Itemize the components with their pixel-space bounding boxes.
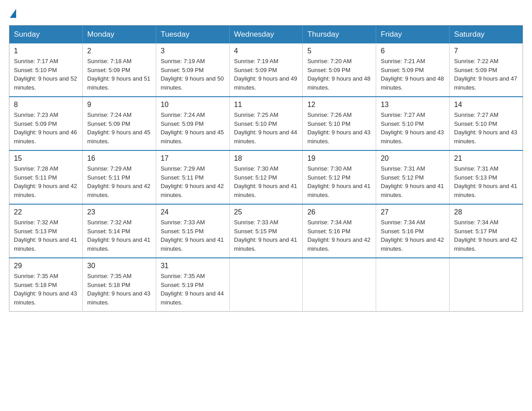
day-number: 9 — [87, 101, 151, 109]
day-number: 7 — [454, 47, 518, 55]
calendar-cell: 25Sunrise: 7:33 AMSunset: 5:15 PMDayligh… — [229, 204, 303, 258]
calendar-cell: 22Sunrise: 7:32 AMSunset: 5:13 PMDayligh… — [9, 204, 83, 258]
calendar-cell: 21Sunrise: 7:31 AMSunset: 5:13 PMDayligh… — [450, 150, 523, 204]
calendar-cell: 10Sunrise: 7:24 AMSunset: 5:09 PMDayligh… — [156, 97, 229, 150]
day-info: Sunrise: 7:27 AMSunset: 5:10 PMDaylight:… — [454, 111, 518, 146]
day-number: 13 — [381, 101, 445, 109]
logo-triangle-icon — [10, 9, 16, 18]
day-number: 12 — [307, 101, 371, 109]
calendar-cell: 1Sunrise: 7:17 AMSunset: 5:10 PMDaylight… — [9, 43, 83, 97]
day-info: Sunrise: 7:32 AMSunset: 5:14 PMDaylight:… — [87, 218, 151, 253]
calendar-cell: 18Sunrise: 7:30 AMSunset: 5:12 PMDayligh… — [229, 150, 303, 204]
day-number: 17 — [161, 154, 225, 163]
day-number: 20 — [381, 154, 445, 163]
day-number: 22 — [14, 208, 78, 216]
day-number: 21 — [454, 154, 518, 163]
calendar-cell: 8Sunrise: 7:23 AMSunset: 5:09 PMDaylight… — [9, 97, 83, 150]
calendar-cell: 19Sunrise: 7:30 AMSunset: 5:12 PMDayligh… — [303, 150, 376, 204]
calendar-cell: 15Sunrise: 7:28 AMSunset: 5:11 PMDayligh… — [9, 150, 83, 204]
day-number: 31 — [161, 262, 225, 270]
calendar-week-row: 1Sunrise: 7:17 AMSunset: 5:10 PMDaylight… — [9, 43, 523, 97]
calendar-cell: 20Sunrise: 7:31 AMSunset: 5:12 PMDayligh… — [376, 150, 450, 204]
calendar-cell — [303, 258, 376, 312]
day-info: Sunrise: 7:31 AMSunset: 5:12 PMDaylight:… — [381, 164, 445, 199]
day-number: 29 — [14, 262, 78, 270]
calendar-cell: 12Sunrise: 7:26 AMSunset: 5:10 PMDayligh… — [303, 97, 376, 150]
calendar-header-row: SundayMondayTuesdayWednesdayThursdayFrid… — [9, 26, 523, 44]
day-info: Sunrise: 7:34 AMSunset: 5:17 PMDaylight:… — [454, 218, 518, 253]
day-number: 26 — [307, 208, 371, 216]
day-number: 25 — [234, 208, 298, 216]
day-info: Sunrise: 7:34 AMSunset: 5:16 PMDaylight:… — [307, 218, 371, 253]
day-info: Sunrise: 7:33 AMSunset: 5:15 PMDaylight:… — [234, 218, 298, 253]
day-number: 27 — [381, 208, 445, 216]
calendar-cell: 9Sunrise: 7:24 AMSunset: 5:09 PMDaylight… — [82, 97, 156, 150]
logo — [9, 9, 17, 18]
calendar-cell: 13Sunrise: 7:27 AMSunset: 5:10 PMDayligh… — [376, 97, 450, 150]
day-number: 2 — [87, 47, 151, 55]
calendar-cell: 4Sunrise: 7:19 AMSunset: 5:09 PMDaylight… — [229, 43, 303, 97]
calendar-cell: 14Sunrise: 7:27 AMSunset: 5:10 PMDayligh… — [450, 97, 523, 150]
day-info: Sunrise: 7:17 AMSunset: 5:10 PMDaylight:… — [14, 57, 78, 92]
day-number: 24 — [161, 208, 225, 216]
calendar-header-friday: Friday — [376, 26, 450, 44]
calendar-header-tuesday: Tuesday — [156, 26, 229, 44]
day-info: Sunrise: 7:29 AMSunset: 5:11 PMDaylight:… — [87, 164, 151, 199]
calendar-cell: 6Sunrise: 7:21 AMSunset: 5:09 PMDaylight… — [376, 43, 450, 97]
calendar-cell: 5Sunrise: 7:20 AMSunset: 5:09 PMDaylight… — [303, 43, 376, 97]
calendar-cell: 28Sunrise: 7:34 AMSunset: 5:17 PMDayligh… — [450, 204, 523, 258]
calendar-cell: 29Sunrise: 7:35 AMSunset: 5:18 PMDayligh… — [9, 258, 83, 312]
day-number: 18 — [234, 154, 298, 163]
calendar-week-row: 22Sunrise: 7:32 AMSunset: 5:13 PMDayligh… — [9, 204, 523, 258]
day-info: Sunrise: 7:24 AMSunset: 5:09 PMDaylight:… — [161, 111, 225, 146]
day-number: 15 — [14, 154, 78, 163]
calendar-cell: 2Sunrise: 7:18 AMSunset: 5:09 PMDaylight… — [82, 43, 156, 97]
calendar-header-monday: Monday — [82, 26, 156, 44]
day-info: Sunrise: 7:34 AMSunset: 5:16 PMDaylight:… — [381, 218, 445, 253]
day-number: 16 — [87, 154, 151, 163]
calendar-header-thursday: Thursday — [303, 26, 376, 44]
day-info: Sunrise: 7:26 AMSunset: 5:10 PMDaylight:… — [307, 111, 371, 146]
calendar-header-wednesday: Wednesday — [229, 26, 303, 44]
day-number: 10 — [161, 101, 225, 109]
day-number: 3 — [161, 47, 225, 55]
day-number: 4 — [234, 47, 298, 55]
calendar-cell: 31Sunrise: 7:35 AMSunset: 5:19 PMDayligh… — [156, 258, 229, 312]
day-number: 8 — [14, 101, 78, 109]
calendar-cell: 26Sunrise: 7:34 AMSunset: 5:16 PMDayligh… — [303, 204, 376, 258]
calendar-week-row: 8Sunrise: 7:23 AMSunset: 5:09 PMDaylight… — [9, 97, 523, 150]
day-number: 6 — [381, 47, 445, 55]
day-info: Sunrise: 7:31 AMSunset: 5:13 PMDaylight:… — [454, 164, 518, 199]
day-info: Sunrise: 7:32 AMSunset: 5:13 PMDaylight:… — [14, 218, 78, 253]
day-info: Sunrise: 7:22 AMSunset: 5:09 PMDaylight:… — [454, 57, 518, 92]
calendar-cell: 11Sunrise: 7:25 AMSunset: 5:10 PMDayligh… — [229, 97, 303, 150]
day-info: Sunrise: 7:35 AMSunset: 5:18 PMDaylight:… — [14, 272, 78, 307]
day-info: Sunrise: 7:24 AMSunset: 5:09 PMDaylight:… — [87, 111, 151, 146]
day-number: 5 — [307, 47, 371, 55]
day-number: 14 — [454, 101, 518, 109]
day-number: 1 — [14, 47, 78, 55]
day-info: Sunrise: 7:27 AMSunset: 5:10 PMDaylight:… — [381, 111, 445, 146]
day-number: 23 — [87, 208, 151, 216]
day-number: 28 — [454, 208, 518, 216]
day-info: Sunrise: 7:33 AMSunset: 5:15 PMDaylight:… — [161, 218, 225, 253]
day-info: Sunrise: 7:30 AMSunset: 5:12 PMDaylight:… — [307, 164, 371, 199]
calendar-cell: 27Sunrise: 7:34 AMSunset: 5:16 PMDayligh… — [376, 204, 450, 258]
day-info: Sunrise: 7:28 AMSunset: 5:11 PMDaylight:… — [14, 164, 78, 199]
calendar-cell — [450, 258, 523, 312]
day-info: Sunrise: 7:18 AMSunset: 5:09 PMDaylight:… — [87, 57, 151, 92]
day-number: 30 — [87, 262, 151, 270]
day-info: Sunrise: 7:35 AMSunset: 5:18 PMDaylight:… — [87, 272, 151, 307]
calendar-cell: 17Sunrise: 7:29 AMSunset: 5:11 PMDayligh… — [156, 150, 229, 204]
calendar-week-row: 29Sunrise: 7:35 AMSunset: 5:18 PMDayligh… — [9, 258, 523, 312]
calendar-table: SundayMondayTuesdayWednesdayThursdayFrid… — [9, 25, 523, 312]
day-info: Sunrise: 7:19 AMSunset: 5:09 PMDaylight:… — [234, 57, 298, 92]
day-info: Sunrise: 7:23 AMSunset: 5:09 PMDaylight:… — [14, 111, 78, 146]
calendar-cell: 23Sunrise: 7:32 AMSunset: 5:14 PMDayligh… — [82, 204, 156, 258]
day-number: 19 — [307, 154, 371, 163]
day-info: Sunrise: 7:19 AMSunset: 5:09 PMDaylight:… — [161, 57, 225, 92]
day-info: Sunrise: 7:35 AMSunset: 5:19 PMDaylight:… — [161, 272, 225, 307]
day-info: Sunrise: 7:29 AMSunset: 5:11 PMDaylight:… — [161, 164, 225, 199]
calendar-cell: 30Sunrise: 7:35 AMSunset: 5:18 PMDayligh… — [82, 258, 156, 312]
page-header — [9, 9, 523, 18]
